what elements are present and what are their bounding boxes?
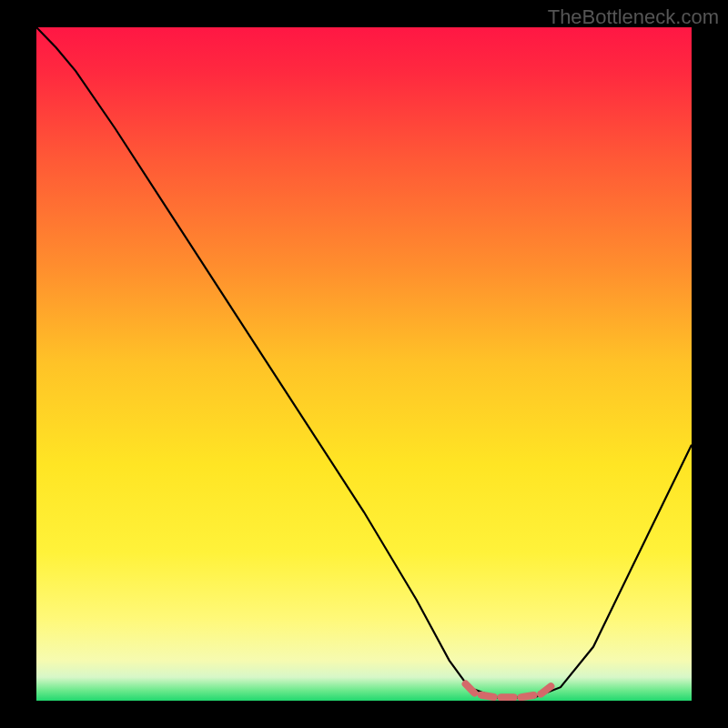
bottleneck-chart	[36, 27, 692, 701]
chart-background	[36, 27, 692, 701]
watermark-text: TheBottleneck.com	[548, 5, 719, 29]
